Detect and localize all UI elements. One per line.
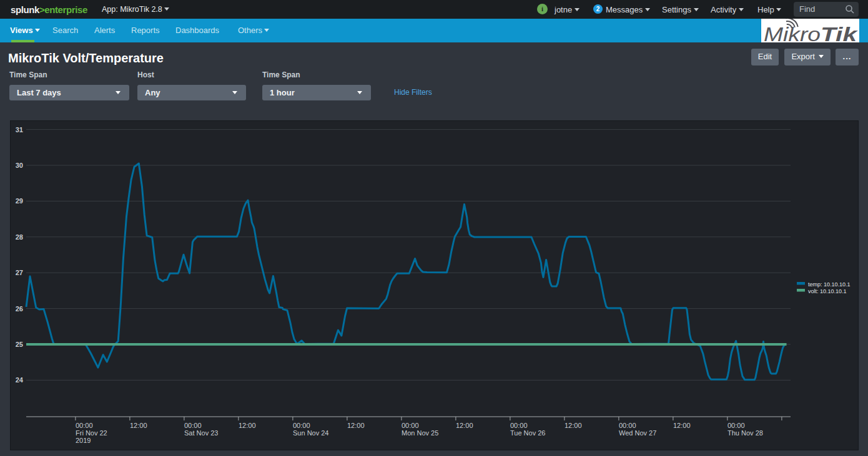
svg-text:00:00: 00:00 [619,422,636,429]
svg-text:Sun Nov 24: Sun Nov 24 [293,429,328,437]
svg-text:12:00: 12:00 [673,422,691,429]
svg-text:temp: 10.10.10.1: temp: 10.10.10.1 [808,281,851,288]
svg-text:12:00: 12:00 [565,422,582,429]
svg-text:26: 26 [16,305,23,313]
svg-text:12:00: 12:00 [239,422,256,429]
svg-text:12:00: 12:00 [347,422,365,429]
svg-text:Fri Nov 22: Fri Nov 22 [76,429,107,437]
svg-text:00:00: 00:00 [727,422,745,429]
svg-text:Tue Nov 26: Tue Nov 26 [510,429,545,437]
svg-text:Thu Nov 28: Thu Nov 28 [727,429,763,437]
svg-text:Sat Nov 23: Sat Nov 23 [184,429,218,437]
svg-text:29: 29 [16,197,23,205]
svg-text:28: 28 [16,233,23,241]
svg-text:00:00: 00:00 [293,422,310,429]
svg-text:00:00: 00:00 [510,422,528,429]
svg-text:00:00: 00:00 [184,422,202,429]
svg-text:30: 30 [16,162,23,169]
svg-text:Mikro: Mikro [764,24,821,42]
svg-text:12:00: 12:00 [456,422,473,429]
svg-text:27: 27 [16,269,23,276]
svg-text:2019: 2019 [76,437,91,444]
svg-text:volt: 10.10.10.1: volt: 10.10.10.1 [808,288,847,294]
svg-text:Mon Nov 25: Mon Nov 25 [402,429,438,437]
svg-text:Wed Nov 27: Wed Nov 27 [619,429,656,437]
svg-text:24: 24 [16,376,24,384]
svg-text:Tik: Tik [821,24,858,42]
svg-text:31: 31 [16,126,23,133]
svg-text:00:00: 00:00 [76,422,93,429]
svg-text:12:00: 12:00 [130,422,147,429]
svg-text:25: 25 [16,341,23,348]
svg-text:00:00: 00:00 [402,422,419,429]
